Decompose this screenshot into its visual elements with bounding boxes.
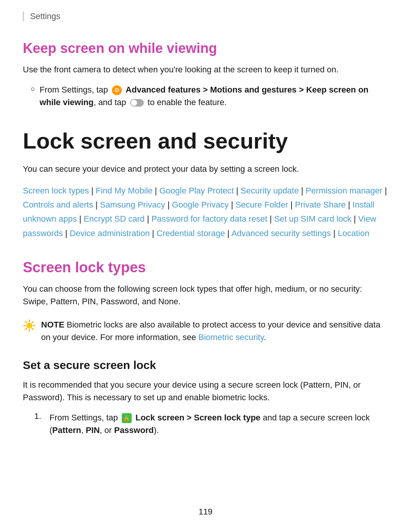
link-encrypt-sd-card[interactable]: Encrypt SD card: [84, 214, 145, 224]
breadcrumb-text: Settings: [30, 11, 61, 21]
bullet-circle-icon: ○: [30, 85, 35, 93]
keep-screen-bullet: ○ From Settings, tap Advanced features >…: [30, 83, 388, 109]
secure-screen-lock-section: Set a secure screen lock It is recommend…: [23, 359, 388, 436]
pattern-option: Pattern: [52, 425, 81, 435]
note-period: .: [264, 332, 266, 342]
link-advanced-security-settings[interactable]: Advanced security settings: [231, 228, 331, 238]
steps-list: 1. From Settings, tap Lock screen > Scre…: [34, 411, 388, 436]
link-security-update[interactable]: Security update: [241, 186, 299, 195]
lock-icon: [122, 413, 132, 423]
svg-line-8: [25, 328, 27, 330]
link-secure-folder[interactable]: Secure Folder: [236, 200, 288, 209]
link-device-administration[interactable]: Device administration: [70, 228, 150, 238]
note-box: NOTE Biometric locks are also available …: [23, 318, 388, 343]
link-location[interactable]: Location: [338, 228, 370, 238]
keep-screen-description: Use the front camera to detect when you'…: [23, 63, 388, 76]
step-1-number: 1.: [34, 411, 46, 421]
link-setup-sim-card-lock[interactable]: Set up SIM card lock: [274, 214, 351, 224]
svg-line-6: [32, 328, 33, 330]
toggle-icon: [130, 99, 144, 107]
svg-point-0: [27, 323, 32, 328]
keep-screen-title: Keep screen on while viewing: [23, 40, 388, 56]
lock-screen-path: Lock screen > Screen lock type: [135, 413, 260, 422]
note-text: NOTE Biometric locks are also available …: [41, 318, 388, 343]
svg-line-5: [25, 322, 27, 323]
gear-icon: [112, 85, 122, 95]
links-section: Screen lock types | Find My Mobile | Goo…: [23, 184, 388, 241]
link-samsung-privacy[interactable]: Samsung Privacy: [100, 200, 165, 209]
link-screen-lock-types[interactable]: Screen lock types: [23, 186, 89, 195]
link-credential-storage[interactable]: Credential storage: [156, 228, 225, 238]
main-title: Lock screen and security: [23, 128, 388, 154]
sun-icon: [23, 319, 36, 334]
page-number: 119: [0, 507, 411, 517]
main-section: Lock screen and security You can secure …: [23, 128, 388, 240]
secure-screen-lock-description: It is recommended that you secure your d…: [23, 379, 388, 404]
link-private-share[interactable]: Private Share: [295, 200, 346, 209]
screen-lock-types-title: Screen lock types: [23, 259, 388, 276]
link-google-play-protect[interactable]: Google Play Protect: [159, 186, 234, 195]
secure-screen-lock-subtitle: Set a secure screen lock: [23, 359, 388, 372]
link-google-privacy[interactable]: Google Privacy: [172, 200, 229, 209]
pin-option: PIN: [86, 425, 100, 435]
page-container: Settings Keep screen on while viewing Us…: [0, 0, 411, 532]
link-permission-manager[interactable]: Permission manager: [306, 186, 382, 195]
link-find-my-mobile[interactable]: Find My Mobile: [96, 186, 153, 195]
breadcrumb: Settings: [23, 11, 388, 21]
screen-lock-types-section: Screen lock types You can choose from th…: [23, 259, 388, 343]
keep-screen-section: Keep screen on while viewing Use the fro…: [23, 40, 388, 109]
link-biometric-security[interactable]: Biometric security: [198, 332, 264, 342]
note-label: NOTE: [41, 320, 64, 329]
advanced-features-path: Advanced features > Motions and gestures…: [40, 85, 368, 107]
password-option: Password: [114, 425, 154, 435]
screen-lock-types-description: You can choose from the following screen…: [23, 283, 388, 308]
step-1: 1. From Settings, tap Lock screen > Scre…: [34, 411, 388, 436]
bullet-text: From Settings, tap Advanced features > M…: [40, 83, 388, 109]
main-description: You can secure your device and protect y…: [23, 163, 388, 175]
step-1-text: From Settings, tap Lock screen > Screen …: [49, 411, 388, 436]
link-password-factory-reset[interactable]: Password for factory data reset: [151, 214, 267, 224]
svg-line-7: [32, 322, 33, 323]
link-controls-alerts[interactable]: Controls and alerts: [23, 200, 93, 209]
